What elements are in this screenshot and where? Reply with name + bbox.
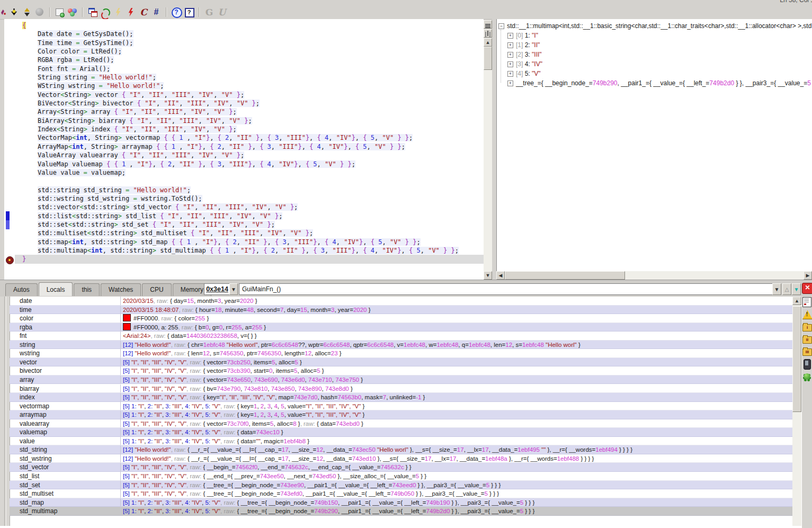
table-row-std_set[interactable]: std_set[5] "I", "II", "III", "IV", "V", … [10, 481, 792, 490]
code-line[interactable]: std::string std_string = "Hello world!"; [22, 186, 484, 194]
tree-node[interactable]: +[1] 2: "II" [498, 40, 812, 50]
folder-ii-icon[interactable]: II [802, 334, 812, 345]
tree-expander-icon[interactable]: + [507, 61, 513, 67]
clang-c-icon[interactable]: C [139, 7, 148, 17]
code-line[interactable]: VectorMap<int, String> vectormap { { 1 ,… [22, 133, 484, 142]
tree-node[interactable]: −std::__1::multimap<int,std::__1::basic_… [498, 21, 812, 31]
warning-icon[interactable]: ! [802, 309, 812, 320]
tree-hscrollbar[interactable]: ◀ ▶ [496, 271, 812, 280]
code-line[interactable]: Font fnt = Arial(); [22, 65, 484, 73]
table-row-index[interactable]: index[5] "I", "II", "III", "IV", "V", ra… [10, 393, 792, 402]
code-line[interactable]: BiVector<String> bivector { "I", "II", "… [22, 99, 484, 108]
next-frame-button[interactable]: ▼ [792, 283, 801, 295]
code-line[interactable]: Array<String> array { "I", "II", "III", … [22, 108, 484, 116]
tab-this[interactable]: this [74, 283, 100, 296]
partial-left-icon[interactable] [1, 7, 6, 17]
close-icon[interactable]: ✕ [802, 283, 812, 294]
table-row-valuearray[interactable]: valuearray[5] "I", "II", "III", "IV", "V… [10, 419, 792, 428]
code-line[interactable]: std::set<std::string> std_set { "I", "II… [22, 220, 484, 229]
table-row-std_map[interactable]: std_map[5] 1: "I", 2: "II", 3: "III", 4:… [10, 498, 792, 507]
table-row-vectormap[interactable]: vectormap[5] 1: "I", 2: "II", 3: "III", … [10, 402, 792, 411]
code-line[interactable]: Vector<String> vector { "I", "II", "III"… [22, 91, 484, 99]
code-line[interactable]: std::multimap<int, std::string> std_mult… [22, 246, 484, 255]
swap-arrows-icon[interactable] [22, 7, 32, 17]
code-line[interactable]: Index<String> index { "I", "II", "III", … [22, 125, 484, 133]
code-line[interactable]: ValueArray valuearray { "I", "II", "III"… [22, 151, 484, 159]
tree-node[interactable]: +[2] 3: "III" [498, 50, 812, 59]
branch-arrow-icon[interactable] [10, 7, 19, 17]
tree-expander-icon[interactable]: − [498, 23, 504, 29]
tab-cpu[interactable]: CPU [142, 283, 171, 296]
tree-expander-icon[interactable]: + [507, 80, 513, 86]
split-view-button[interactable] [484, 29, 492, 38]
scroll-right-button[interactable]: ▶ [804, 271, 812, 280]
code-line[interactable]: } [22, 255, 484, 263]
table-vscrollbar[interactable]: ▲ [792, 297, 801, 526]
folder-iii-icon[interactable]: III [802, 346, 812, 357]
code-line[interactable]: Value value = valuemap; [22, 168, 484, 177]
scroll-thumb[interactable] [484, 47, 492, 70]
table-row-bivector[interactable]: bivector[5] "I", "II", "III", "IV", "V",… [10, 366, 792, 375]
tree-node[interactable]: +__tree_={ __begin_node_=749b290, __pair… [498, 78, 812, 88]
code-line[interactable]: std::map<int, std::string> std_map { { 1… [22, 238, 484, 246]
table-row-std_multiset[interactable]: std_multiset[5] "I", "II", "III", "IV", … [10, 489, 792, 498]
table-row-time[interactable]: time2020/03/15 18:48:07, raw: { hour=18,… [10, 306, 792, 315]
table-row-std_string[interactable]: std_string[12] "Hello world!", raw: { __… [10, 445, 792, 454]
editor-vscrollbar[interactable]: ▲ ▼ [484, 19, 492, 280]
function-combo[interactable]: GuiMainFn_() [239, 283, 774, 295]
device-icon[interactable] [802, 359, 812, 369]
code-line[interactable]: RGBA rgba = LtRed(); [22, 56, 484, 64]
scroll-up-button[interactable]: ▲ [484, 38, 492, 47]
table-row-color[interactable]: color#FF0000, raw: { color=255 } [10, 314, 792, 323]
table-row-fnt[interactable]: fnt<Arial:24>, raw: { data=1440360232386… [10, 332, 792, 341]
code-line[interactable]: String string = "Hello world!"; [22, 73, 484, 82]
table-row-string[interactable]: string[12] "Hello world!", raw: { chr=1e… [10, 341, 792, 350]
flash-icon[interactable] [126, 7, 136, 17]
table-row-arraymap[interactable]: arraymap[5] 1: "I", 2: "II", 3: "III", 4… [10, 410, 792, 419]
scroll-track[interactable] [484, 47, 492, 271]
tree-expander-icon[interactable]: + [507, 71, 513, 77]
code-line[interactable] [22, 177, 484, 185]
scroll-thumb[interactable] [505, 271, 625, 280]
stop-disabled-icon[interactable] [35, 7, 44, 17]
table-row-value[interactable]: value[5] 1: "I", 2: "II", 3: "III", 4: "… [10, 437, 792, 446]
notes-icon[interactable] [802, 297, 812, 307]
tab-locals[interactable]: Locals [39, 282, 73, 296]
code-line[interactable]: ArrayMap<int, String> arraymap { { 1 , "… [22, 142, 484, 151]
tree-node[interactable]: +[4] 5: "V" [498, 69, 812, 78]
table-row-std_vector[interactable]: std_vector[5] "I", "II", "III", "IV", "V… [10, 463, 792, 472]
tree-node[interactable]: +[0] 1: "I" [498, 31, 812, 40]
table-row-biarray[interactable]: biarray[5] "I", "II", "III", "IV", "V", … [10, 384, 792, 393]
tree-expander-icon[interactable]: + [507, 42, 513, 48]
flash-disabled-icon[interactable] [113, 7, 123, 17]
help-circle-icon[interactable]: ? [172, 7, 181, 17]
hash-icon[interactable]: # [151, 7, 161, 17]
help-box-icon[interactable]: ? [184, 7, 194, 17]
bug-icon[interactable] [802, 371, 812, 382]
tab-watches[interactable]: Watches [101, 283, 141, 296]
scroll-left-button[interactable]: ◀ [496, 271, 505, 280]
code-line[interactable]: Time time = GetSysTime(); [22, 39, 484, 47]
table-row-vector[interactable]: vector[5] "I", "II", "III", "IV", "V", r… [10, 358, 792, 367]
pane-splitter[interactable] [492, 19, 496, 280]
table-row-std_wstring[interactable]: std_wstring[12] "Hello world!", raw: { _… [10, 454, 792, 463]
package-icon[interactable] [55, 7, 65, 17]
prev-frame-button[interactable]: △ [782, 283, 791, 295]
tree-node[interactable]: +[3] 4: "IV" [498, 59, 812, 69]
code-line[interactable]: std::wstring std_wstring = wstring.ToStd… [22, 194, 484, 203]
table-row-date[interactable]: date2020/03/15, raw: { day=15, month=3, … [10, 297, 792, 306]
code-line[interactable]: std::vector<std::string> std_vector { "I… [22, 203, 484, 211]
folder-i-icon[interactable]: I [802, 322, 812, 333]
tree-expander-icon[interactable]: + [507, 52, 513, 58]
code-line[interactable]: Date date = GetSysDate(); [22, 30, 484, 38]
refresh-icon[interactable] [101, 7, 110, 17]
code-line[interactable]: std::list<std::string> std_list { "I", "… [22, 212, 484, 220]
frame-address-box[interactable]: 0x3e14 [204, 283, 230, 295]
g-disabled-icon[interactable]: G [204, 7, 214, 17]
code-editor[interactable]: { Date date = GetSysDate(); Time time = … [4, 19, 484, 280]
tab-autos[interactable]: Autos [5, 283, 38, 296]
scroll-up-button[interactable]: ▲ [792, 297, 801, 305]
scroll-down-button[interactable]: ▼ [484, 271, 492, 280]
table-row-wstring[interactable]: wstring[12] "Hello world!", raw: { len=1… [10, 349, 792, 358]
table-row-valuemap[interactable]: valuemap[5] 1: "I", 2: "II", 3: "III", 4… [10, 428, 792, 437]
